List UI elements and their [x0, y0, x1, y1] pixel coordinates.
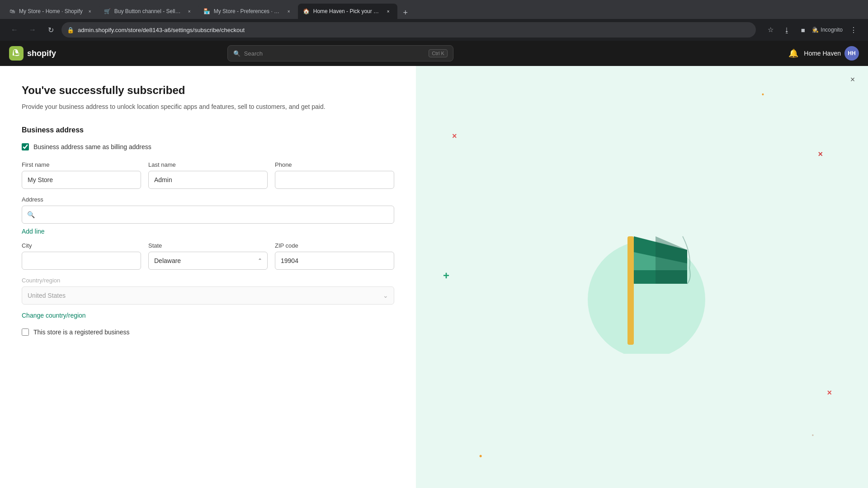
tab-favicon-1: 🛍: [9, 8, 15, 14]
tab-close-2[interactable]: ×: [186, 8, 193, 15]
address-bar[interactable]: 🔒 admin.shopify.com/store/de8143-a6/sett…: [61, 22, 756, 38]
first-name-group: First name: [22, 161, 141, 189]
tab-bar: 🛍 My Store - Home · Shopify × 🛒 Buy Butt…: [0, 0, 868, 19]
deco-plus-1: +: [443, 269, 449, 282]
last-name-group: Last name: [148, 161, 268, 189]
more-button[interactable]: ⋮: [846, 23, 861, 37]
same-billing-row: Business address same as billing address: [22, 143, 394, 150]
zip-input[interactable]: [275, 252, 394, 270]
country-chevron-icon: ⌄: [383, 292, 388, 299]
tab-buy-button[interactable]: 🛒 Buy Button channel - Sell your... ×: [99, 4, 198, 19]
reload-button[interactable]: ↻: [43, 23, 58, 37]
forward-button[interactable]: →: [25, 23, 40, 37]
tab-preferences[interactable]: 🏪 My Store - Preferences · Shopify ×: [198, 4, 298, 19]
address-search-icon: 🔍: [27, 211, 35, 218]
tab-favicon-3: 🏪: [204, 8, 210, 14]
back-button[interactable]: ←: [7, 23, 22, 37]
main-area: × You've successfully subscribed Provide…: [0, 66, 868, 488]
city-label: City: [22, 242, 141, 249]
tab-close-4[interactable]: ×: [385, 8, 392, 15]
city-group: City: [22, 242, 141, 270]
tab-title-2: Buy Button channel - Sell your...: [114, 8, 182, 14]
registered-business-label: This store is a registered business: [33, 328, 129, 336]
tab-my-store-home[interactable]: 🛍 My Store - Home · Shopify ×: [4, 4, 99, 19]
deco-cross-3: ×: [827, 388, 832, 398]
address-group: Address 🔍: [22, 196, 394, 224]
nav-bar: ← → ↻ 🔒 admin.shopify.com/store/de8143-a…: [0, 19, 868, 41]
same-billing-label: Business address same as billing address: [33, 143, 151, 150]
same-billing-checkbox[interactable]: [22, 143, 29, 150]
tab-close-3[interactable]: ×: [285, 8, 292, 15]
close-modal-button[interactable]: ×: [846, 73, 859, 86]
state-select-wrapper: Delaware Alabama Alaska California New Y…: [148, 252, 268, 270]
address-search-wrapper: 🔍: [22, 206, 394, 224]
illustration-panel: • × × + • • ×: [416, 66, 868, 488]
deco-dot-bottom-right: •: [812, 432, 814, 438]
first-name-label: First name: [22, 161, 141, 168]
form-panel: You've successfully subscribed Provide y…: [0, 66, 416, 488]
bookmark-icon[interactable]: ☆: [763, 23, 778, 37]
add-line-link[interactable]: Add line: [22, 228, 45, 235]
modal-title: You've successfully subscribed: [22, 84, 394, 97]
tab-title-4: Home Haven - Pick your plan ·...: [313, 8, 381, 14]
search-shortcut: Ctrl K: [429, 49, 448, 57]
browser-window: 🛍 My Store - Home · Shopify × 🛒 Buy Butt…: [0, 0, 868, 488]
city-input[interactable]: [22, 252, 141, 270]
shopify-logo[interactable]: shopify: [9, 46, 56, 61]
search-placeholder: Search: [244, 50, 425, 57]
last-name-label: Last name: [148, 161, 268, 168]
state-select[interactable]: Delaware Alabama Alaska California New Y…: [148, 252, 268, 270]
store-badge[interactable]: Home Haven HH: [804, 46, 859, 61]
store-avatar: HH: [844, 46, 859, 61]
incognito-icon: 🕵: [812, 27, 819, 33]
zip-group: ZIP code: [275, 242, 394, 270]
country-display: United States ⌄: [22, 286, 394, 305]
zip-label: ZIP code: [275, 242, 394, 249]
modal-container: You've successfully subscribed Provide y…: [0, 66, 868, 488]
extensions-icon[interactable]: ■: [796, 23, 810, 37]
country-value: United States: [28, 292, 66, 299]
registered-business-checkbox[interactable]: [22, 328, 29, 336]
modal-subtitle: Provide your business address to unlock …: [22, 102, 394, 112]
state-label: State: [148, 242, 268, 249]
phone-label: Phone: [275, 161, 394, 168]
change-country-link[interactable]: Change country/region: [22, 312, 86, 319]
flag-illustration: [574, 200, 710, 354]
tab-title-3: My Store - Preferences · Shopify: [214, 8, 282, 14]
incognito-label: Incognito: [821, 27, 843, 33]
country-group: Country/region United States ⌄: [22, 277, 394, 305]
country-label: Country/region: [22, 277, 394, 284]
tab-title-1: My Store - Home · Shopify: [19, 8, 83, 14]
phone-group: Phone: [275, 161, 394, 189]
shopify-logo-text: shopify: [27, 49, 56, 58]
incognito-badge: 🕵 Incognito: [812, 27, 843, 33]
deco-dot-bottom-left: •: [479, 451, 482, 461]
svg-rect-1: [627, 236, 634, 345]
download-icon[interactable]: ⭳: [779, 23, 794, 37]
first-name-input[interactable]: [22, 171, 141, 189]
search-box[interactable]: 🔍 Search Ctrl K: [227, 45, 453, 61]
shopify-header-right: 🔔 Home Haven HH: [788, 46, 859, 61]
deco-cross-1: ×: [452, 131, 457, 141]
section-title-business-address: Business address: [22, 126, 394, 134]
tab-favicon-4: 🏠: [303, 8, 310, 14]
address-search-input[interactable]: [22, 206, 394, 224]
deco-cross-2: ×: [818, 150, 823, 159]
new-tab-button[interactable]: +: [399, 6, 412, 19]
search-icon: 🔍: [233, 50, 241, 57]
last-name-input[interactable]: [148, 171, 268, 189]
city-state-zip-row: City State Delaware Alabama Alaska Calif…: [22, 242, 394, 270]
store-name: Home Haven: [804, 50, 841, 57]
tab-favicon-2: 🛒: [104, 8, 111, 14]
address-label: Address: [22, 196, 394, 203]
svg-marker-4: [656, 236, 687, 284]
nav-right-icons: ☆ ⭳ ■ 🕵 Incognito: [763, 23, 843, 37]
notification-bell-icon[interactable]: 🔔: [788, 48, 798, 58]
phone-input[interactable]: [275, 171, 394, 189]
name-phone-row: First name Last name Phone: [22, 161, 394, 189]
registered-business-row: This store is a registered business: [22, 328, 394, 336]
url-text: admin.shopify.com/store/de8143-a6/settin…: [78, 27, 750, 33]
tab-home-haven[interactable]: 🏠 Home Haven - Pick your plan ·... ×: [298, 4, 397, 19]
shopify-header: shopify 🔍 Search Ctrl K 🔔 Home Haven HH: [0, 41, 868, 66]
tab-close-1[interactable]: ×: [86, 8, 94, 15]
